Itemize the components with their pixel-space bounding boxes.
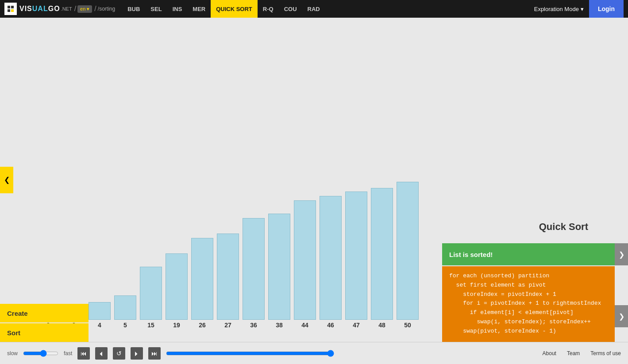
bar	[191, 238, 213, 320]
lang-arrow: ▾	[87, 6, 89, 12]
login-button[interactable]: Login	[589, 0, 624, 18]
sort-button[interactable]: Sort	[0, 323, 89, 342]
bar-container: 26	[191, 238, 213, 329]
right-panel: Quick Sort List is sorted! ❯ for each (u…	[442, 18, 628, 342]
nav-rad[interactable]: RAD	[302, 0, 325, 18]
bar	[345, 192, 367, 320]
nav-ins[interactable]: INS	[167, 0, 188, 18]
skip-fwd-icon: ⏭	[151, 350, 158, 357]
right-chevron-top-button[interactable]: ❯	[615, 243, 628, 265]
bar-label: 50	[404, 322, 411, 329]
bar	[268, 214, 290, 320]
bar-label: 47	[353, 322, 360, 329]
replay-icon: ↺	[116, 350, 122, 357]
bar-label: 4	[98, 322, 101, 329]
bar-label: 44	[301, 322, 308, 329]
right-chevron-bottom-icon: ❯	[619, 312, 624, 321]
svg-rect-2	[8, 9, 10, 12]
logo-slash: /	[74, 5, 76, 13]
bar-container: 15	[140, 267, 162, 329]
create-label: Create	[7, 310, 28, 317]
create-button[interactable]: Create	[0, 304, 89, 322]
svg-rect-3	[11, 9, 14, 12]
skip-back-button[interactable]: ⏮	[77, 347, 90, 360]
nav-rq[interactable]: R-Q	[258, 0, 279, 18]
terms-link[interactable]: Terms of use	[590, 350, 621, 356]
code-text: for each (unsorted) partition set first …	[449, 272, 608, 336]
path-text: /sorting	[98, 6, 115, 12]
header: VISUALGO .NET / en ▾ / /sorting BUB SEL …	[0, 0, 628, 18]
lang-label: en	[80, 6, 85, 11]
step-fwd-icon: ⏵	[134, 350, 140, 357]
bar	[294, 200, 316, 320]
logo-domain: .NET	[61, 6, 72, 11]
nav-mer[interactable]: MER	[187, 0, 211, 18]
sort-label: Sort	[7, 329, 20, 337]
bar-container: 44	[294, 200, 316, 329]
progress-slider[interactable]	[166, 350, 334, 357]
left-chevron-icon: ❮	[4, 176, 10, 184]
svg-rect-0	[8, 6, 10, 8]
bar-label: 48	[378, 322, 385, 329]
replay-button[interactable]: ↺	[113, 347, 125, 360]
bar	[397, 182, 419, 320]
path-slash: /	[94, 5, 96, 13]
logo-icon	[4, 3, 17, 15]
logo-ual: UAL	[32, 5, 48, 12]
bar-container: 5	[114, 295, 136, 329]
nav-cou[interactable]: COU	[279, 0, 302, 18]
team-link[interactable]: Team	[567, 350, 580, 356]
left-nav-button[interactable]: ❮	[0, 167, 13, 193]
skip-back-icon: ⏮	[81, 350, 87, 357]
bottom-left-panel: Create Sort	[0, 304, 93, 342]
main-area: ❮ 23451519262736384446474850 Quick Sort …	[0, 18, 628, 342]
step-back-icon: ⏴	[98, 350, 104, 357]
skip-fwd-button[interactable]: ⏭	[148, 347, 161, 360]
bar-label: 5	[123, 322, 127, 329]
bar-container: 46	[320, 196, 342, 329]
exploration-mode-label: Exploration Mode	[534, 6, 579, 12]
bar-label: 46	[327, 322, 334, 329]
speed-slow-label: slow	[7, 350, 18, 356]
bar	[114, 295, 136, 320]
login-label: Login	[598, 5, 615, 12]
bar-label: 26	[199, 322, 206, 329]
bar-label: 38	[276, 322, 283, 329]
right-chevron-bottom-button[interactable]: ❯	[615, 305, 628, 327]
logo-go: GO	[48, 5, 60, 12]
bar	[140, 267, 162, 320]
speed-fast-label: fast	[64, 350, 72, 356]
bar-label: 36	[250, 322, 257, 329]
logo-text: VISUALGO	[19, 5, 60, 13]
bar	[217, 234, 239, 320]
bottom-bar: slow fast ⏮ ⏴ ↺ ⏵ ⏭ About Team Terms of …	[0, 342, 628, 364]
lang-badge[interactable]: en ▾	[77, 5, 92, 13]
status-box: List is sorted!	[442, 243, 615, 265]
nav-quick[interactable]: QUICK SORT	[211, 0, 258, 18]
step-back-button[interactable]: ⏴	[95, 347, 108, 360]
bar-container: 36	[243, 218, 265, 329]
bar-container: 47	[345, 192, 367, 329]
bar-label: 15	[147, 322, 154, 329]
bar-container: 48	[371, 188, 393, 329]
svg-rect-1	[11, 6, 14, 8]
exploration-mode-button[interactable]: Exploration Mode ▾	[529, 0, 589, 18]
bar-container: 50	[397, 182, 419, 329]
step-fwd-button[interactable]: ⏵	[131, 347, 143, 360]
bar	[243, 218, 265, 320]
bar-label: 19	[173, 322, 180, 329]
code-box: for each (unsorted) partition set first …	[442, 266, 615, 342]
nav-sel[interactable]: SEL	[145, 0, 167, 18]
right-chevron-top-icon: ❯	[619, 250, 624, 259]
algo-title: Quick Sort	[539, 221, 588, 233]
bar-container: 19	[166, 253, 188, 329]
bar-label: 27	[224, 322, 231, 329]
nav-bub[interactable]: BUB	[122, 0, 145, 18]
bar	[166, 253, 188, 320]
logo-vis: VIS	[19, 5, 32, 12]
about-link[interactable]: About	[543, 350, 556, 356]
bar-container: 27	[217, 234, 239, 329]
bar	[371, 188, 393, 320]
bar-container: 38	[268, 214, 290, 329]
speed-slider[interactable]	[23, 347, 58, 360]
